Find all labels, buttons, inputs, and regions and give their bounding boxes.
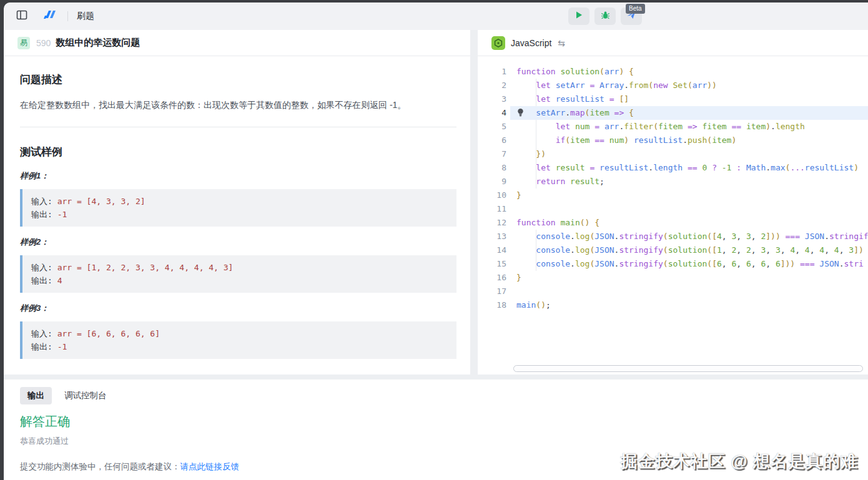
code-line-content: let resultList = []: [516, 92, 629, 106]
indent-guide: [536, 134, 536, 147]
code-line-content: return result;: [516, 175, 604, 189]
line-number: 14: [478, 243, 506, 257]
code-line-content: console.log(JSON.stringify(solution([6, …: [516, 257, 864, 271]
horizontal-scrollbar[interactable]: [513, 365, 863, 372]
code-line[interactable]: 3 let resultList = []: [478, 92, 868, 106]
console-tab-输出[interactable]: 输出: [20, 387, 52, 404]
indent-guide: [536, 257, 536, 271]
sample-block: 输入: arr = [4, 3, 3, 2]输出: -1: [20, 189, 456, 227]
code-line[interactable]: 11: [478, 202, 868, 216]
code-line[interactable]: 10}: [478, 189, 868, 202]
sample-line: 输入: arr = [1, 2, 2, 3, 3, 4, 4, 4, 4, 3]: [31, 261, 448, 274]
juejin-logo[interactable]: [40, 7, 59, 26]
code-line-content: }): [516, 147, 546, 161]
indent-guide: [536, 161, 536, 175]
line-number: 1: [478, 65, 506, 79]
problem-content: 问题描述 在给定整数数组中，找出最大满足该条件的数：出现次数等于其数值的整数，如…: [4, 56, 470, 359]
javascript-icon: [491, 36, 505, 50]
line-number: 11: [478, 202, 506, 216]
indent-guide: [536, 92, 536, 106]
line-number: 18: [478, 298, 506, 312]
code-line-content: function solution(arr) {: [516, 65, 634, 79]
code-line[interactable]: 9 return result;: [478, 175, 868, 189]
code-line[interactable]: 5 let num = arr.filter(fitem => fitem ==…: [478, 120, 868, 134]
code-line[interactable]: 8 let result = resultList.length == 0 ? …: [478, 161, 868, 175]
sample-block: 输入: arr = [6, 6, 6, 6, 6]输出: -1: [20, 321, 456, 359]
line-number: 10: [478, 189, 506, 202]
problem-title: 数组中的幸运数问题: [56, 37, 140, 49]
problem-id: 590: [36, 38, 51, 48]
topbar: 刷题: [4, 2, 868, 30]
code-line-content: main();: [516, 298, 551, 312]
app-window: 刷题: [4, 2, 868, 480]
line-number: 17: [478, 285, 506, 298]
line-number: 9: [478, 175, 506, 189]
code-line-content: console.log(JSON.stringify(solution([1, …: [516, 243, 864, 257]
line-number: 12: [478, 216, 506, 230]
problem-header: 易 590 数组中的幸运数问题: [4, 30, 470, 56]
result-subtitle: 恭喜成功通过: [4, 430, 868, 447]
code-line-content: }: [516, 271, 521, 285]
feedback-link[interactable]: 请点此链接反馈: [180, 462, 240, 471]
language-swap-icon[interactable]: ⇆: [558, 38, 565, 48]
beta-badge: Beta: [626, 4, 645, 14]
juejin-logo-icon: [41, 8, 58, 24]
panel-layout-icon: [16, 9, 28, 24]
code-line[interactable]: 7 }): [478, 147, 868, 161]
line-number: 6: [478, 134, 506, 147]
section-divider: [20, 127, 456, 127]
code-line[interactable]: 6 if(item == num) resultList.push(item): [478, 134, 868, 147]
console-tabs: 输出调试控制台: [4, 380, 868, 404]
line-number: 8: [478, 161, 506, 175]
code-line[interactable]: 15 console.log(JSON.stringify(solution([…: [478, 257, 868, 271]
sample-label: 样例2：: [20, 237, 456, 248]
line-number: 7: [478, 147, 506, 161]
sidebar-toggle-button[interactable]: [12, 7, 31, 26]
code-line[interactable]: 16}: [478, 271, 868, 285]
run-button[interactable]: [568, 7, 589, 25]
code-line-content: console.log(JSON.stringify(solution([4, …: [516, 230, 868, 243]
samples-heading: 测试样例: [20, 145, 456, 159]
code-line-content: let num = arr.filter(fitem => fitem == i…: [516, 120, 805, 134]
line-number: 15: [478, 257, 506, 271]
description-heading: 问题描述: [20, 72, 456, 87]
app-label: 刷题: [77, 11, 94, 22]
sample-block: 输入: arr = [1, 2, 2, 3, 3, 4, 4, 4, 4, 3]…: [20, 255, 456, 293]
code-line-content: let setArr = Array.from(new Set(arr)): [516, 79, 717, 92]
indent-guide: [536, 175, 536, 189]
sample-line: 输出: -1: [31, 340, 448, 353]
console-panel: 输出调试控制台 解答正确 恭喜成功通过 提交功能内测体验中，任何问题或者建议：请…: [4, 380, 868, 480]
code-line-content: }: [516, 189, 521, 202]
indent-guide: [536, 147, 536, 161]
code-line[interactable]: 17: [478, 285, 868, 298]
console-tab-调试控制台[interactable]: 调试控制台: [57, 387, 114, 404]
code-line[interactable]: 12function main() {: [478, 216, 868, 230]
samples-list: 样例1：输入: arr = [4, 3, 3, 2]输出: -1样例2：输入: …: [20, 170, 456, 359]
code-line[interactable]: 13 console.log(JSON.stringify(solution([…: [478, 230, 868, 243]
sample-label: 样例3：: [20, 303, 456, 314]
line-number: 4: [478, 106, 506, 120]
topbar-divider: [67, 11, 68, 21]
code-line[interactable]: 1function solution(arr) {: [478, 65, 868, 79]
line-number: 2: [478, 79, 506, 92]
line-number: 16: [478, 271, 506, 285]
editor-panel: JavaScript ⇆ 1function solution(arr) {2 …: [478, 30, 868, 375]
code-editor[interactable]: 1function solution(arr) {2 let setArr = …: [478, 56, 868, 362]
line-number: 5: [478, 120, 506, 134]
sample-line: 输入: arr = [4, 3, 3, 2]: [31, 195, 448, 208]
code-line-content: let result = resultList.length == 0 ? -1…: [516, 161, 859, 175]
code-line[interactable]: 18main();: [478, 298, 868, 312]
indent-guide: [536, 120, 536, 134]
description-text: 在给定整数数组中，找出最大满足该条件的数：出现次数等于其数值的整数，如果不存在则…: [20, 98, 456, 112]
bug-icon: [601, 11, 610, 22]
result-title: 解答正确: [4, 404, 868, 430]
code-line[interactable]: 4 setArr.map(item => {: [478, 106, 868, 120]
debug-button[interactable]: [594, 7, 616, 25]
difficulty-badge: 易: [17, 37, 30, 49]
code-line[interactable]: 2 let setArr = Array.from(new Set(arr)): [478, 79, 868, 92]
code-line-content: if(item == num) resultList.push(item): [516, 134, 736, 147]
lightbulb-icon[interactable]: [516, 108, 525, 118]
editor-header: JavaScript ⇆: [478, 30, 868, 56]
code-line-content: function main() {: [516, 216, 599, 230]
code-line[interactable]: 14 console.log(JSON.stringify(solution([…: [478, 243, 868, 257]
